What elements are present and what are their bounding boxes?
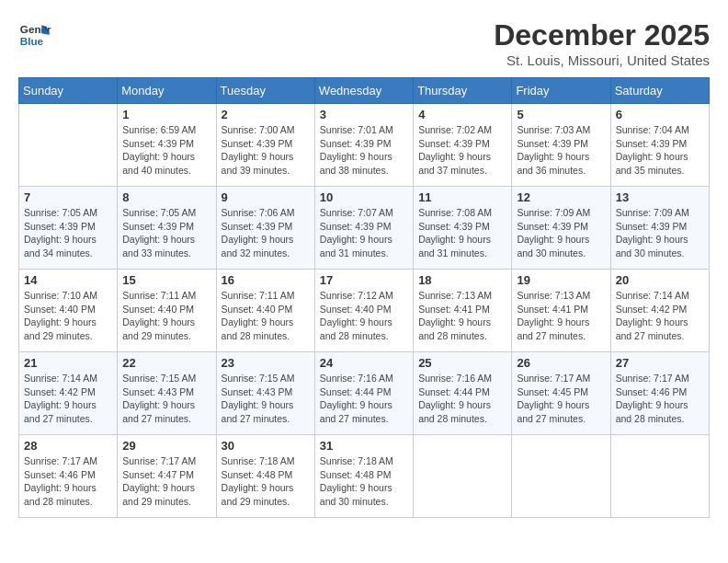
- day-number: 20: [616, 273, 704, 287]
- day-number: 24: [320, 356, 408, 370]
- day-info: Sunrise: 7:09 AMSunset: 4:39 PMDaylight:…: [616, 206, 704, 260]
- day-info: Sunrise: 7:15 AMSunset: 4:43 PMDaylight:…: [222, 372, 310, 426]
- calendar-cell: 10Sunrise: 7:07 AMSunset: 4:39 PMDayligh…: [314, 187, 413, 270]
- day-number: 6: [616, 108, 704, 121]
- day-info: Sunrise: 7:13 AMSunset: 4:41 PMDaylight:…: [418, 289, 506, 343]
- week-row-5: 28Sunrise: 7:17 AMSunset: 4:46 PMDayligh…: [19, 435, 710, 518]
- day-number: 17: [320, 273, 408, 287]
- calendar-cell: 6Sunrise: 7:04 AMSunset: 4:39 PMDaylight…: [610, 104, 709, 187]
- day-number: 25: [418, 356, 506, 370]
- calendar-cell: 18Sunrise: 7:13 AMSunset: 4:41 PMDayligh…: [414, 270, 512, 352]
- day-number: 11: [418, 190, 506, 204]
- day-number: 30: [222, 439, 310, 453]
- day-info: Sunrise: 7:11 AMSunset: 4:40 PMDaylight:…: [222, 289, 310, 343]
- day-info: Sunrise: 7:08 AMSunset: 4:39 PMDaylight:…: [418, 206, 506, 260]
- day-info: Sunrise: 7:04 AMSunset: 4:39 PMDaylight:…: [616, 123, 704, 178]
- day-info: Sunrise: 7:13 AMSunset: 4:41 PMDaylight:…: [517, 289, 605, 343]
- day-info: Sunrise: 7:14 AMSunset: 4:42 PMDaylight:…: [24, 372, 112, 426]
- day-info: Sunrise: 7:06 AMSunset: 4:39 PMDaylight:…: [222, 206, 310, 260]
- day-info: Sunrise: 7:17 AMSunset: 4:46 PMDaylight:…: [616, 372, 704, 426]
- day-info: Sunrise: 7:17 AMSunset: 4:47 PMDaylight:…: [122, 454, 210, 509]
- day-number: 5: [517, 108, 605, 121]
- calendar-cell: 5Sunrise: 7:03 AMSunset: 4:39 PMDaylight…: [512, 104, 610, 187]
- calendar-cell: 13Sunrise: 7:09 AMSunset: 4:39 PMDayligh…: [610, 187, 709, 270]
- day-number: 27: [616, 356, 704, 370]
- calendar-cell: [414, 435, 512, 518]
- calendar-cell: 3Sunrise: 7:01 AMSunset: 4:39 PMDaylight…: [314, 104, 413, 187]
- calendar-cell: 9Sunrise: 7:06 AMSunset: 4:39 PMDaylight…: [216, 187, 314, 270]
- day-number: 22: [122, 356, 210, 370]
- calendar-cell: 16Sunrise: 7:11 AMSunset: 4:40 PMDayligh…: [216, 270, 314, 352]
- calendar-cell: 20Sunrise: 7:14 AMSunset: 4:42 PMDayligh…: [610, 270, 709, 352]
- calendar-cell: [512, 435, 610, 518]
- calendar-header: SundayMondayTuesdayWednesdayThursdayFrid…: [19, 78, 710, 104]
- day-info: Sunrise: 7:11 AMSunset: 4:40 PMDaylight:…: [122, 289, 210, 343]
- day-number: 26: [517, 356, 605, 370]
- day-number: 19: [517, 273, 605, 287]
- day-info: Sunrise: 7:10 AMSunset: 4:40 PMDaylight:…: [24, 289, 112, 343]
- week-row-3: 14Sunrise: 7:10 AMSunset: 4:40 PMDayligh…: [19, 270, 710, 352]
- day-number: 14: [24, 273, 112, 287]
- day-header-tuesday: Tuesday: [216, 78, 314, 104]
- calendar-cell: 28Sunrise: 7:17 AMSunset: 4:46 PMDayligh…: [19, 435, 118, 518]
- day-info: Sunrise: 7:07 AMSunset: 4:39 PMDaylight:…: [320, 206, 408, 260]
- day-number: 13: [616, 190, 704, 204]
- calendar-cell: 14Sunrise: 7:10 AMSunset: 4:40 PMDayligh…: [19, 270, 118, 352]
- day-number: 21: [24, 356, 112, 370]
- day-header-sunday: Sunday: [19, 78, 118, 104]
- page-title: December 2025: [494, 18, 710, 52]
- day-header-monday: Monday: [118, 78, 216, 104]
- calendar-table: SundayMondayTuesdayWednesdayThursdayFrid…: [18, 77, 710, 518]
- calendar-cell: 8Sunrise: 7:05 AMSunset: 4:39 PMDaylight…: [118, 187, 216, 270]
- calendar-cell: 30Sunrise: 7:18 AMSunset: 4:48 PMDayligh…: [216, 435, 314, 518]
- day-number: 7: [24, 190, 112, 204]
- day-info: Sunrise: 6:59 AMSunset: 4:39 PMDaylight:…: [122, 123, 210, 178]
- day-number: 8: [122, 190, 210, 204]
- calendar-cell: 23Sunrise: 7:15 AMSunset: 4:43 PMDayligh…: [216, 352, 314, 435]
- day-info: Sunrise: 7:12 AMSunset: 4:40 PMDaylight:…: [320, 289, 408, 343]
- day-number: 15: [122, 273, 210, 287]
- week-row-4: 21Sunrise: 7:14 AMSunset: 4:42 PMDayligh…: [19, 352, 710, 435]
- calendar-cell: 15Sunrise: 7:11 AMSunset: 4:40 PMDayligh…: [118, 270, 216, 352]
- day-info: Sunrise: 7:00 AMSunset: 4:39 PMDaylight:…: [222, 123, 310, 178]
- day-info: Sunrise: 7:15 AMSunset: 4:43 PMDaylight:…: [122, 372, 210, 426]
- day-info: Sunrise: 7:18 AMSunset: 4:48 PMDaylight:…: [320, 454, 408, 509]
- calendar-cell: 29Sunrise: 7:17 AMSunset: 4:47 PMDayligh…: [118, 435, 216, 518]
- svg-text:Blue: Blue: [20, 35, 44, 47]
- day-info: Sunrise: 7:01 AMSunset: 4:39 PMDaylight:…: [320, 123, 408, 178]
- day-header-row: SundayMondayTuesdayWednesdayThursdayFrid…: [19, 78, 710, 104]
- calendar-cell: 26Sunrise: 7:17 AMSunset: 4:45 PMDayligh…: [512, 352, 610, 435]
- day-number: 1: [122, 108, 210, 121]
- day-number: 23: [222, 356, 310, 370]
- calendar-cell: [610, 435, 709, 518]
- title-area: December 2025 St. Louis, Missouri, Unite…: [494, 18, 710, 68]
- day-info: Sunrise: 7:16 AMSunset: 4:44 PMDaylight:…: [320, 372, 408, 426]
- calendar-cell: 1Sunrise: 6:59 AMSunset: 4:39 PMDaylight…: [118, 104, 216, 187]
- calendar-cell: 12Sunrise: 7:09 AMSunset: 4:39 PMDayligh…: [512, 187, 610, 270]
- day-number: 9: [222, 190, 310, 204]
- day-number: 28: [24, 439, 112, 453]
- week-row-2: 7Sunrise: 7:05 AMSunset: 4:39 PMDaylight…: [19, 187, 710, 270]
- calendar-cell: 17Sunrise: 7:12 AMSunset: 4:40 PMDayligh…: [314, 270, 413, 352]
- day-number: 4: [418, 108, 506, 121]
- day-info: Sunrise: 7:17 AMSunset: 4:46 PMDaylight:…: [24, 454, 112, 509]
- calendar-cell: 24Sunrise: 7:16 AMSunset: 4:44 PMDayligh…: [314, 352, 413, 435]
- day-number: 2: [222, 108, 310, 121]
- day-info: Sunrise: 7:05 AMSunset: 4:39 PMDaylight:…: [24, 206, 112, 260]
- calendar-body: 1Sunrise: 6:59 AMSunset: 4:39 PMDaylight…: [19, 104, 710, 518]
- page-header: General Blue December 2025 St. Louis, Mi…: [18, 18, 710, 68]
- day-number: 29: [122, 439, 210, 453]
- day-number: 18: [418, 273, 506, 287]
- calendar-cell: 4Sunrise: 7:02 AMSunset: 4:39 PMDaylight…: [414, 104, 512, 187]
- day-info: Sunrise: 7:02 AMSunset: 4:39 PMDaylight:…: [418, 123, 506, 178]
- day-info: Sunrise: 7:16 AMSunset: 4:44 PMDaylight:…: [418, 372, 506, 426]
- day-info: Sunrise: 7:03 AMSunset: 4:39 PMDaylight:…: [517, 123, 605, 178]
- day-info: Sunrise: 7:18 AMSunset: 4:48 PMDaylight:…: [222, 454, 310, 509]
- day-header-saturday: Saturday: [610, 78, 709, 104]
- logo: General Blue: [18, 18, 51, 52]
- calendar-cell: 27Sunrise: 7:17 AMSunset: 4:46 PMDayligh…: [610, 352, 709, 435]
- calendar-cell: 11Sunrise: 7:08 AMSunset: 4:39 PMDayligh…: [414, 187, 512, 270]
- logo-icon: General Blue: [18, 18, 51, 52]
- day-info: Sunrise: 7:09 AMSunset: 4:39 PMDaylight:…: [517, 206, 605, 260]
- day-info: Sunrise: 7:17 AMSunset: 4:45 PMDaylight:…: [517, 372, 605, 426]
